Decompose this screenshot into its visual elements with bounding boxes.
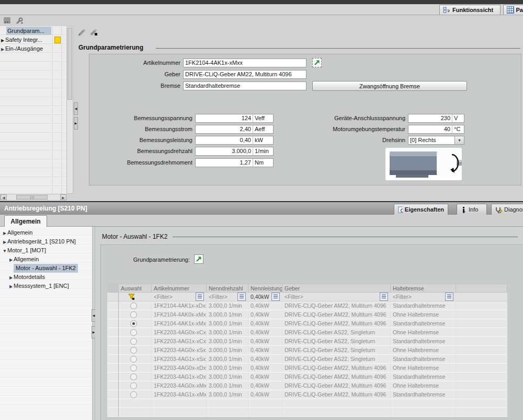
- table-row[interactable]: 1FK2203-4AG0x-xDxx3.000,0 1/min0,40kWDRI…: [107, 364, 507, 372]
- radio-button[interactable]: [130, 365, 137, 371]
- filter-nenndrehzahl[interactable]: <Filter>: [207, 293, 248, 301]
- anschlussspannung-field[interactable]: 230V: [408, 114, 464, 123]
- table-filter-row: <Filter> <Filter> 0,40kW <Filter> <Filte…: [107, 293, 507, 301]
- tab-label: Info: [469, 206, 478, 213]
- filter-dropdown-icon[interactable]: [271, 293, 280, 301]
- memory-card-icon[interactable]: [4, 17, 10, 24]
- filter-dropdown-icon[interactable]: [196, 293, 204, 301]
- header-artikelnummer[interactable]: Artikelnummer: [152, 284, 207, 293]
- tree-item-motor-1[interactable]: Motor_1 [MOT]: [0, 246, 92, 255]
- artikelnummer-field[interactable]: 1FK2104-4AK1x-xMxx: [183, 59, 306, 67]
- filter-geber[interactable]: <Filter>: [282, 293, 391, 301]
- tree-item-allgemein[interactable]: Allgemein: [0, 228, 92, 237]
- bemessungsstrom-label: Bemessungsstrom: [93, 125, 192, 134]
- table-row[interactable]: 1FK2104-4AK0x-xMxx3.000,0 1/min0,40kWDRI…: [107, 310, 507, 319]
- bemessungsdrehzahl-field[interactable]: 3.000,01/min: [195, 147, 274, 156]
- zwangsoeffnung-bremse-button[interactable]: Zwangsöffnung Bremse: [312, 81, 467, 91]
- table-row[interactable]: 1FK2203-4AG1x-xSxx3.000,0 1/min0,40kWDRI…: [107, 355, 507, 364]
- expand-arrow-icon[interactable]: [0, 45, 5, 54]
- filter-funnel-icon: [128, 294, 135, 300]
- drehsinn-label: Drehsinn: [293, 136, 405, 145]
- radio-button[interactable]: [130, 302, 137, 309]
- inspector-title: Antriebsregelung [S210 PN]: [0, 205, 87, 212]
- tab-allgemein[interactable]: Allgemein: [4, 215, 47, 227]
- drehsinn-dropdown[interactable]: [0] Rechts: [408, 136, 464, 145]
- radio-button[interactable]: [130, 382, 137, 389]
- unit-label: Veff: [253, 114, 271, 122]
- table-row[interactable]: 1FK2104-4AK1x-xMxx3.000,0 1/min0,40kWDRI…: [107, 319, 507, 328]
- filter-dropdown-icon[interactable]: [445, 293, 453, 301]
- unit-label: Nm: [253, 159, 271, 167]
- radio-button[interactable]: [130, 347, 137, 354]
- header-nenndrehzahl[interactable]: Nenndrehzahl: [207, 284, 248, 293]
- expand-arrow-icon[interactable]: [0, 36, 5, 45]
- radio-button[interactable]: [130, 374, 137, 380]
- radio-button[interactable]: [130, 311, 137, 318]
- geber-field[interactable]: DRIVE-CLiQ-Geber AM22, Multiturn 4096: [183, 70, 306, 79]
- sidebar-item-safety-integrated[interactable]: Safety Integr...: [0, 36, 66, 44]
- sidebar-item-label: Grundparam...: [6, 27, 51, 35]
- radio-button[interactable]: [130, 329, 137, 336]
- table-row[interactable]: 1FK2203-4AG1x-xDxx3.000,0 1/min0,40kWDRI…: [107, 372, 507, 381]
- radio-button[interactable]: [130, 338, 137, 345]
- filter-artikelnummer[interactable]: <Filter>: [152, 293, 207, 301]
- umgebungstemperatur-field[interactable]: 40°C: [408, 125, 464, 134]
- radio-button[interactable]: [130, 356, 137, 363]
- tab-parametersicht[interactable]: Pa: [503, 5, 523, 15]
- sidebar-horizontal-scrollbar[interactable]: ◀ ▶: [0, 194, 66, 201]
- tab-parametersicht-label: Pa: [516, 7, 523, 13]
- filter-auswahl[interactable]: [119, 293, 152, 301]
- edit-pencil-black-icon[interactable]: [89, 28, 98, 36]
- collapse-right-button[interactable]: ▶: [74, 117, 78, 130]
- umgebungstemperatur-label: Motorumgebungstemperatur: [293, 125, 405, 134]
- bemessungsleistung-field[interactable]: 0,40kW: [195, 136, 274, 145]
- open-selection-button[interactable]: [312, 58, 322, 67]
- filter-haltebremse[interactable]: <Filter>: [391, 293, 456, 301]
- window-top-bar: [0, 0, 523, 4]
- sidebar-item-ein-ausgaenge[interactable]: Ein-/Ausgänge: [0, 44, 66, 53]
- motor-image: [385, 148, 462, 180]
- table-row[interactable]: 1FK2203-4AG0x-xCxx3.000,0 1/min0,40kWDRI…: [107, 328, 507, 337]
- tools-icon[interactable]: [16, 17, 24, 25]
- open-grundparametrierung-button[interactable]: [194, 254, 203, 264]
- bemessungsstrom-field[interactable]: 2,40Aeff: [195, 125, 274, 134]
- header-haltebremse[interactable]: Haltebremse: [391, 284, 456, 293]
- table-row[interactable]: 1FK2203-4AG0x-xMxx3.000,0 1/min0,40kWDRI…: [107, 381, 507, 390]
- filter-nennleistung[interactable]: 0,40kW: [248, 293, 282, 301]
- header-geber[interactable]: Geber: [282, 284, 391, 293]
- edit-pencil-icon[interactable]: [77, 28, 86, 36]
- tab-eigenschaften[interactable]: Eigenschaften: [394, 204, 448, 215]
- tab-diagnose[interactable]: Diagnose: [491, 204, 523, 215]
- scroll-left-button[interactable]: ◀: [1, 194, 7, 200]
- safety-status-badge: [54, 37, 61, 43]
- tree-item-antriebsgeraet[interactable]: Antriebsgerät_1 [S210 PN]: [0, 237, 92, 246]
- scrollbar-thumb[interactable]: [16, 195, 48, 200]
- chevron-down-icon[interactable]: [454, 136, 464, 144]
- scroll-right-button[interactable]: ▶: [60, 194, 66, 200]
- sidebar-item-grundparametrierung[interactable]: Grundparam...: [0, 27, 66, 36]
- bemessungsdrehmoment-field[interactable]: 1,27Nm: [195, 158, 274, 167]
- tab-info[interactable]: Info: [457, 204, 487, 215]
- bremse-field[interactable]: Standardhaltebremse: [183, 81, 306, 90]
- filter-dropdown-icon[interactable]: [380, 293, 388, 301]
- tab-label: Diagnose: [504, 206, 523, 213]
- header-auswahl[interactable]: Auswahl: [119, 284, 152, 293]
- bemessungsspannung-field[interactable]: 124Veff: [195, 114, 274, 123]
- header-nennleistung[interactable]: Nennleistung: [248, 284, 282, 293]
- tree-item-allgemein-sub[interactable]: Allgemein: [0, 255, 92, 264]
- scrollbar-thumb[interactable]: [67, 28, 72, 100]
- sidebar-vertical-scrollbar[interactable]: [66, 26, 73, 194]
- tree-item-messsystem[interactable]: Messsystem_1 [ENC]: [0, 282, 92, 290]
- table-row[interactable]: 1FK2203-4AG1x-xCxx3.000,0 1/min0,40kWDRI…: [107, 337, 507, 346]
- table-row[interactable]: 1FK2203-4AG1x-xMxx3.000,0 1/min0,40kWDRI…: [107, 390, 507, 399]
- tab-funktionssicht[interactable]: Funktionssicht: [439, 5, 501, 15]
- table-row[interactable]: 1FK2104-4AK1x-xDxx3.000,0 1/min0,40kWDRI…: [107, 301, 507, 310]
- radio-button[interactable]: [130, 320, 137, 327]
- filter-dropdown-icon[interactable]: [237, 293, 246, 301]
- radio-button[interactable]: [130, 391, 137, 398]
- table-row[interactable]: 1FK2203-4AG0x-xSxx3.000,0 1/min0,40kWDRI…: [107, 346, 507, 355]
- unit-label: V: [452, 114, 462, 122]
- collapse-left-button[interactable]: ◀: [74, 102, 78, 115]
- tree-item-motor-auswahl[interactable]: Motor - Auswahl - 1FK2: [0, 264, 92, 273]
- tree-item-motordetails[interactable]: Motordetails: [0, 273, 92, 282]
